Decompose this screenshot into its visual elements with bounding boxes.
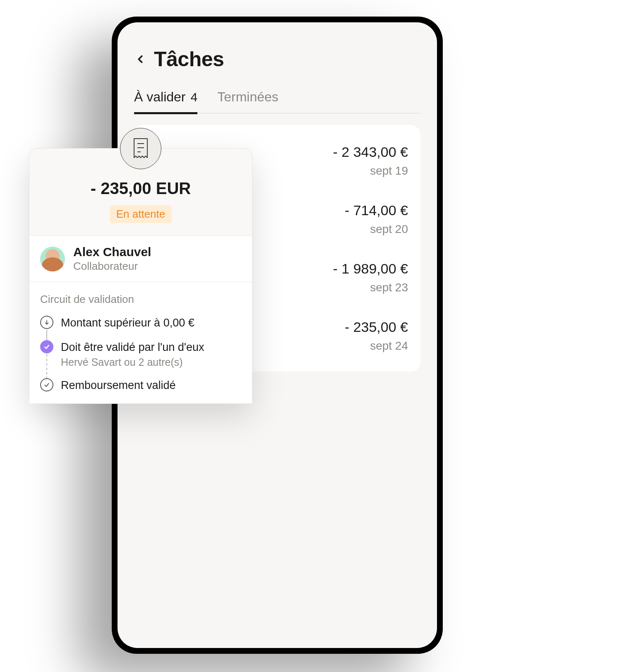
- task-date: sept 20: [370, 223, 408, 236]
- avatar: [40, 247, 65, 271]
- task-amount: - 235,00 €: [345, 319, 408, 335]
- step-title: Doit être validé par l'un d'eux: [61, 340, 204, 355]
- validation-section: Circuit de validation Montant supérieur …: [29, 282, 252, 403]
- check-icon: [40, 340, 53, 353]
- validation-step: Doit être validé par l'un d'eux Hervé Sa…: [40, 340, 241, 378]
- page-title: Tâches: [154, 47, 224, 71]
- person-row[interactable]: Alex Chauvel Collaborateur: [29, 235, 252, 282]
- back-icon[interactable]: [134, 53, 146, 65]
- person-name: Alex Chauvel: [73, 245, 151, 259]
- step-title: Montant supérieur à 0,00 €: [61, 316, 194, 330]
- validation-step: Montant supérieur à 0,00 €: [40, 316, 241, 340]
- expense-amount: - 235,00 EUR: [42, 179, 240, 198]
- tabs: À valider 4 Terminées: [134, 89, 420, 113]
- task-date: sept 19: [370, 164, 408, 178]
- validation-step: Remboursement validé: [40, 378, 241, 393]
- task-amount: - 714,00 €: [345, 202, 408, 218]
- tab-label: Terminées: [217, 89, 278, 105]
- tab-to-validate[interactable]: À valider 4: [134, 89, 197, 114]
- section-title: Circuit de validation: [40, 293, 241, 306]
- person-role: Collaborateur: [73, 260, 151, 273]
- tab-count: 4: [191, 90, 198, 104]
- task-amount: - 1 989,00 €: [333, 261, 408, 277]
- tab-label: À valider: [134, 89, 186, 105]
- task-date: sept 24: [370, 339, 408, 353]
- status-badge: En attente: [110, 205, 172, 223]
- arrow-down-icon: [40, 316, 53, 329]
- task-amount: - 2 343,00 €: [333, 144, 408, 160]
- tab-completed[interactable]: Terminées: [217, 89, 278, 113]
- task-date: sept 23: [370, 281, 408, 294]
- step-subtitle: Hervé Savart ou 2 autre(s): [61, 356, 204, 368]
- header: Tâches: [134, 47, 420, 71]
- check-icon: [40, 378, 53, 391]
- receipt-icon: [120, 128, 161, 169]
- expense-detail-card: - 235,00 EUR En attente Alex Chauvel Col…: [29, 148, 252, 404]
- step-title: Remboursement validé: [61, 378, 176, 393]
